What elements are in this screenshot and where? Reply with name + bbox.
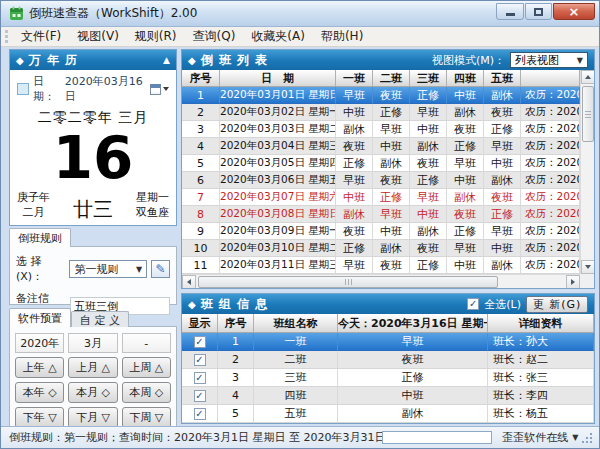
week-box[interactable]: -: [122, 333, 171, 353]
minimize-button[interactable]: [496, 3, 524, 20]
date-checkbox[interactable]: [17, 83, 29, 95]
status-text: 倒班规则：第一规则；查询时间：2020年3月1日 星期日 至 2020年3月31…: [9, 430, 382, 445]
title-bar[interactable]: 倒班速查器（WorkShift）2.00 ×: [1, 1, 599, 27]
update-button[interactable]: 更 新(G): [526, 296, 588, 313]
team-row[interactable]: ✓2二班夜班班长：赵二: [182, 351, 594, 369]
shift-row[interactable]: 112020年03月11日 星期三早班夜班正修中班副休农历：2020年02: [182, 257, 580, 274]
preset-nav-button[interactable]: 下年 ▽: [15, 407, 64, 426]
close-button[interactable]: ×: [553, 3, 595, 20]
month-box[interactable]: 3月: [68, 333, 117, 353]
select-all-checkbox[interactable]: ✓: [467, 298, 479, 310]
menu-item[interactable]: 文件(F): [13, 26, 69, 47]
cell: 2: [218, 351, 254, 369]
preset-nav-button[interactable]: 上周 △: [122, 357, 171, 378]
preset-nav-button[interactable]: 上月 △: [68, 357, 117, 378]
online-status-text[interactable]: 歪歪软件在线: [502, 430, 568, 445]
cell: 中班: [447, 172, 484, 189]
cell: 班长：张三: [488, 369, 594, 387]
shift-row[interactable]: 92020年03月09日 星期一夜班中班副休正修早班农历：2020年02: [182, 223, 580, 240]
column-header[interactable]: 显示: [182, 314, 218, 333]
column-header[interactable]: 序号: [182, 70, 220, 87]
team-row[interactable]: ✓4四班中班班长：李四: [182, 387, 594, 405]
shift-row[interactable]: 72020年03月07日 星期六中班正修早班副休夜班农历：2020年02: [182, 189, 580, 206]
horizontal-scrollbar[interactable]: [182, 274, 580, 288]
calendar-panel-header: ◆ 万 年 历 ▲: [10, 50, 176, 70]
shift-row[interactable]: 52020年03月05日 星期四正修副休夜班早班中班农历：2020年02: [182, 155, 580, 172]
team-row[interactable]: ✓5五班副休班长：杨五: [182, 405, 594, 423]
shift-row[interactable]: 22020年03月02日 星期一中班正修早班副休夜班农历：2020年02: [182, 104, 580, 121]
column-header[interactable]: [521, 70, 580, 87]
scroll-thumb[interactable]: [582, 86, 594, 142]
tab-custom[interactable]: 自 定 义: [71, 311, 129, 327]
team-row[interactable]: ✓3三班正修班长：张三: [182, 369, 594, 387]
column-header[interactable]: 三班: [410, 70, 447, 87]
view-mode-select[interactable]: 列表视图 ▼: [510, 52, 588, 68]
scroll-down-button[interactable]: [581, 260, 595, 274]
preset-nav-button[interactable]: 上年 △: [15, 357, 64, 378]
row-checkbox[interactable]: ✓: [194, 372, 206, 384]
resize-grip[interactable]: [582, 432, 593, 444]
column-header[interactable]: 今天：2020年3月16日 星期一: [338, 314, 488, 333]
preset-nav-button[interactable]: 本年 ◇: [15, 382, 64, 403]
menu-item[interactable]: 规则(R): [127, 26, 185, 47]
cell: 1: [182, 87, 220, 104]
row-checkbox[interactable]: ✓: [194, 408, 206, 420]
shift-row[interactable]: 82020年03月08日 星期日副休早班中班夜班正修农历：2020年02: [182, 206, 580, 223]
preset-nav-button[interactable]: 本周 ◇: [122, 382, 171, 403]
column-header[interactable]: 五班: [484, 70, 521, 87]
cell: 2020年03月08日 星期日: [220, 206, 336, 223]
shift-row[interactable]: 62020年03月06日 星期五早班夜班正修中班副休农历：2020年02: [182, 172, 580, 189]
menu-item[interactable]: 收藏夹(A): [243, 26, 313, 47]
cell: ✓: [182, 387, 218, 405]
preset-nav-button[interactable]: 下月 ▽: [68, 407, 117, 426]
shift-row[interactable]: 42020年03月04日 星期三夜班中班副休正修早班农历：2020年02: [182, 138, 580, 155]
scroll-up-button[interactable]: [581, 70, 595, 84]
menu-item[interactable]: 帮助(H): [313, 26, 371, 47]
scroll-thumb[interactable]: [198, 276, 498, 288]
year-box[interactable]: 2020年: [15, 333, 64, 353]
lunar-month: 二月: [17, 205, 50, 220]
menu-item[interactable]: 视图(V): [69, 26, 127, 47]
vertical-scrollbar[interactable]: [580, 70, 594, 274]
collapse-icon[interactable]: ▲: [163, 55, 170, 65]
date-picker[interactable]: 日期： 2020年03月16日: [17, 74, 169, 104]
tab-software-preset[interactable]: 软件预置: [9, 308, 71, 327]
chevron-down-icon[interactable]: ▼: [572, 433, 578, 442]
row-checkbox[interactable]: ✓: [194, 354, 206, 366]
preset-nav-button[interactable]: 下周 ▽: [122, 407, 171, 426]
column-header[interactable]: 二班: [373, 70, 410, 87]
row-checkbox[interactable]: ✓: [194, 390, 206, 402]
row-checkbox[interactable]: ✓: [194, 336, 206, 348]
cell: 2020年03月01日 星期日: [220, 87, 336, 104]
toolbar-gripper[interactable]: [5, 30, 8, 43]
tab-shift-rule[interactable]: 倒班规则: [9, 228, 71, 247]
cell: 农历：2020年02: [521, 121, 580, 138]
column-header[interactable]: 日 期: [220, 70, 336, 87]
column-header[interactable]: 四班: [447, 70, 484, 87]
cell: 夜班: [336, 138, 373, 155]
calendar-dropdown-icon[interactable]: [150, 84, 169, 95]
shift-row[interactable]: 12020年03月01日 星期日早班夜班正修中班副休农历：2020年02: [182, 87, 580, 104]
column-header[interactable]: 序号: [218, 314, 254, 333]
cell: 夜班: [336, 223, 373, 240]
menu-item[interactable]: 查询(Q): [185, 26, 244, 47]
cell: 正修: [338, 369, 488, 387]
column-header[interactable]: 班组名称: [254, 314, 338, 333]
preset-nav-button[interactable]: 本月 ◇: [68, 382, 117, 403]
lunar-day: 廿三: [73, 198, 113, 220]
column-header[interactable]: 详细资料: [488, 314, 594, 333]
shift-list-header: ◆ 倒 班 列 表 视图模式(M)： 列表视图 ▼: [182, 50, 594, 70]
column-header[interactable]: 一班: [336, 70, 373, 87]
scroll-left-button[interactable]: [182, 275, 196, 289]
maximize-button[interactable]: [525, 3, 552, 20]
rule-select[interactable]: 第一规则 ▼: [69, 260, 147, 278]
cell: 正修: [447, 138, 484, 155]
shift-row[interactable]: 32020年03月03日 星期二副休早班中班夜班正修农历：2020年02: [182, 121, 580, 138]
shift-row[interactable]: 102020年03月10日 星期二正修副休夜班早班中班农历：2020年02: [182, 240, 580, 257]
scroll-right-button[interactable]: [566, 275, 580, 289]
cell: 副休: [336, 206, 373, 223]
edit-rule-button[interactable]: ✎: [151, 260, 170, 278]
team-row[interactable]: ✓1一班早班班长：孙大: [182, 333, 594, 351]
cell: 正修: [336, 155, 373, 172]
cell: 农历：2020年02: [521, 155, 580, 172]
